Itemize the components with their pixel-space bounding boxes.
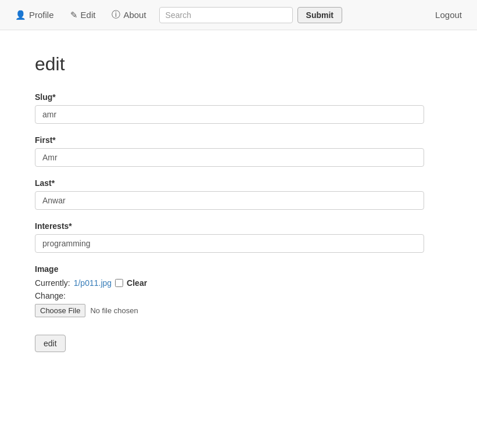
interests-group: Interests* xyxy=(35,221,442,253)
first-label: First* xyxy=(35,135,442,145)
main-content: edit Slug* First* Last* Interests* Image… xyxy=(0,30,476,375)
profile-icon: 👤 xyxy=(15,10,26,20)
change-text: Change: xyxy=(35,291,66,300)
last-label: Last* xyxy=(35,178,442,188)
clear-checkbox[interactable] xyxy=(115,279,123,287)
first-input[interactable] xyxy=(35,148,424,167)
first-group: First* xyxy=(35,135,442,167)
image-currently-row: Currently: 1/p011.jpg Clear xyxy=(35,278,442,288)
edit-button[interactable]: edit xyxy=(35,335,66,352)
choose-file-button[interactable]: Choose File xyxy=(35,304,85,317)
slug-group: Slug* xyxy=(35,92,442,124)
last-group: Last* xyxy=(35,178,442,210)
image-section: Image Currently: 1/p011.jpg Clear Change… xyxy=(35,264,442,317)
info-icon: ⓘ xyxy=(112,9,120,20)
nav-edit[interactable]: ✎ Edit xyxy=(62,0,104,30)
nav-edit-label: Edit xyxy=(81,10,96,20)
navbar: 👤 Profile ✎ Edit ⓘ About Submit Logout xyxy=(0,0,477,30)
file-row: Choose File No file chosen xyxy=(35,304,442,317)
search-input[interactable] xyxy=(159,7,293,23)
logout-link[interactable]: Logout xyxy=(427,10,470,20)
nav-about-label: About xyxy=(123,10,146,20)
no-file-text: No file chosen xyxy=(90,306,138,315)
clear-label: Clear xyxy=(127,278,147,288)
image-link[interactable]: 1/p011.jpg xyxy=(74,278,112,288)
change-row: Change: xyxy=(35,291,442,300)
nav-about[interactable]: ⓘ About xyxy=(103,0,154,30)
interests-input[interactable] xyxy=(35,234,424,253)
interests-label: Interests* xyxy=(35,221,442,231)
nav-profile-label: Profile xyxy=(29,10,54,20)
slug-input[interactable] xyxy=(35,105,424,124)
submit-button[interactable]: Submit xyxy=(297,7,342,23)
slug-label: Slug* xyxy=(35,92,442,102)
last-input[interactable] xyxy=(35,191,424,210)
nav-profile[interactable]: 👤 Profile xyxy=(7,0,62,30)
page-title: edit xyxy=(35,53,442,75)
image-currently-text: Currently: xyxy=(35,278,70,288)
edit-icon: ✎ xyxy=(70,10,78,20)
image-label: Image xyxy=(35,264,442,274)
